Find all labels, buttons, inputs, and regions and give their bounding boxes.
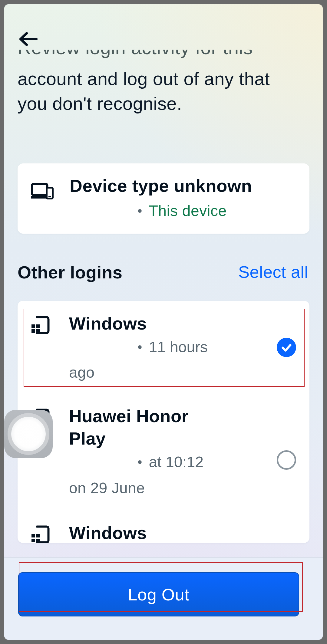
bullet-icon: •	[137, 455, 142, 470]
login-checkbox[interactable]	[277, 450, 296, 470]
select-all-button[interactable]: Select all	[238, 262, 308, 282]
partial-heading-wrap: Review login activity for this	[4, 50, 258, 66]
svg-rect-15	[36, 539, 40, 542]
floating-assistive-button[interactable]	[4, 410, 53, 458]
windows-device-icon	[30, 525, 50, 543]
login-row[interactable]: Windows	[18, 516, 309, 543]
current-device-title: Device type unknown	[70, 176, 252, 196]
this-device-label: This device	[149, 202, 226, 220]
login-meta-below: on 29 June	[69, 476, 145, 500]
bullet-icon: •	[137, 203, 142, 218]
annotation-highlight	[19, 562, 303, 612]
svg-rect-3	[48, 196, 51, 197]
login-row[interactable]: Huawei Honor Play • at 10:12 on 29 June	[18, 399, 309, 499]
back-button[interactable]	[18, 30, 39, 48]
partial-heading: Review login activity for this	[18, 50, 253, 58]
login-title: Windows	[69, 522, 147, 543]
svg-rect-14	[36, 534, 40, 537]
svg-rect-12	[31, 534, 35, 537]
screen: Review login activity for this account a…	[4, 4, 323, 640]
login-meta-right: • at 10:12	[137, 453, 203, 471]
devices-icon	[31, 182, 54, 200]
other-logins-heading: Other logins	[18, 262, 122, 282]
login-meta-right-text: at 10:12	[149, 453, 203, 471]
svg-rect-13	[31, 539, 35, 542]
assistive-inner-circle	[11, 417, 46, 451]
current-device-card[interactable]: Device type unknown • This device	[18, 163, 309, 234]
arrow-left-icon	[18, 30, 39, 48]
annotation-highlight	[24, 309, 305, 387]
login-title: Huawei Honor Play	[69, 405, 226, 450]
page-description: account and log out of any that you don'…	[18, 67, 299, 116]
svg-rect-0	[32, 184, 47, 195]
this-device-badge: • This device	[137, 202, 227, 220]
